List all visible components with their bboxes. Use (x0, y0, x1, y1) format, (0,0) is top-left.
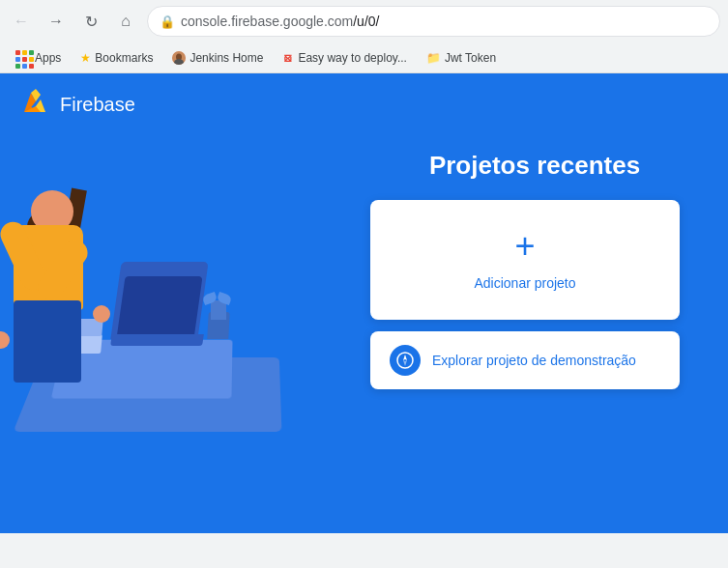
person-hand-left (0, 331, 10, 349)
bookmark-jenkins-label: Jenkins Home (189, 51, 263, 65)
svg-marker-5 (403, 360, 407, 366)
reload-button[interactable]: ↻ (77, 8, 104, 35)
bookmark-jenkins[interactable]: Jenkins Home (164, 48, 271, 68)
bookmark-bookmarks[interactable]: ★ Bookmarks (73, 48, 160, 68)
demo-project-label: Explorar projeto de demonstração (432, 353, 636, 368)
bookmark-bookmarks-label: Bookmarks (95, 51, 153, 65)
person-hand-right (93, 305, 110, 323)
demo-project-card[interactable]: Explorar projeto de demonstração (370, 331, 680, 389)
bookmark-easy-deploy-label: Easy way to deploy... (298, 51, 407, 65)
bookmark-jwt-label: Jwt Token (445, 51, 496, 65)
firebase-header: Firebase (0, 73, 728, 135)
firebase-logo-icon (19, 89, 50, 120)
bookmark-apps-label: Apps (35, 51, 61, 65)
folder-icon: 📁 (426, 51, 441, 65)
iso-scene (0, 131, 348, 479)
illustration (0, 131, 348, 479)
laptop-base (110, 334, 204, 346)
firebase-label: Firebase (60, 94, 135, 116)
lock-icon: 🔒 (160, 14, 175, 29)
grid-icon (15, 50, 31, 66)
compass-icon (390, 345, 421, 376)
bookmark-apps[interactable]: Apps (8, 47, 69, 69)
bookmarks-bar: Apps ★ Bookmarks Jenkins Home ⦻ Easy way… (0, 43, 728, 73)
address-base: console.firebase.google.com (181, 14, 353, 29)
page-title: Projetos recentes (370, 151, 699, 181)
plus-icon: + (514, 229, 535, 264)
address-text: console.firebase.google.com/u/0/ (181, 14, 708, 29)
browser-chrome: ← → ↻ ⌂ 🔒 console.firebase.google.com/u/… (0, 0, 728, 73)
home-button[interactable]: ⌂ (112, 8, 139, 35)
bookmark-easy-deploy[interactable]: ⦻ Easy way to deploy... (275, 48, 415, 68)
avatar-icon (172, 51, 186, 65)
address-bar[interactable]: 🔒 console.firebase.google.com/u/0/ (147, 6, 720, 37)
toolbar: ← → ↻ ⌂ 🔒 console.firebase.google.com/u/… (0, 0, 728, 43)
bookmark-jwt[interactable]: 📁 Jwt Token (419, 48, 504, 68)
address-path: /u/0/ (353, 14, 379, 29)
star-icon: ★ (80, 51, 91, 65)
right-panel: Projetos recentes + Adicionar projeto Ex… (341, 131, 728, 409)
add-project-label: Adicionar projeto (474, 275, 575, 291)
page-content: Firebase (0, 73, 728, 533)
add-project-card[interactable]: + Adicionar projeto (370, 200, 680, 320)
laptop-screen-front (116, 276, 202, 339)
forward-button[interactable]: → (43, 8, 70, 35)
svg-marker-4 (403, 355, 407, 360)
back-button[interactable]: ← (8, 8, 35, 35)
person-leg-right (47, 300, 81, 383)
x-circle-icon: ⦻ (282, 51, 294, 65)
person-leg-left (14, 300, 47, 383)
